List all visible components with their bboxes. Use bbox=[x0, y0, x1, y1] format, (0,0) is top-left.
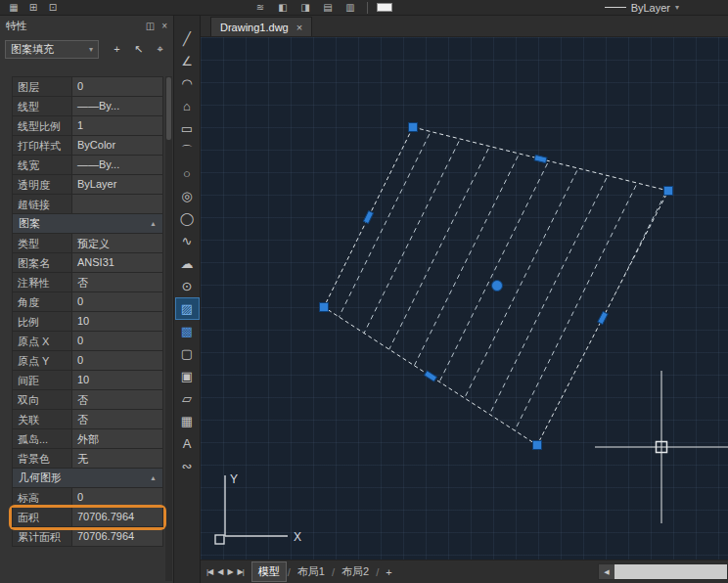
sheet-set-icon[interactable]: ▤ bbox=[320, 1, 336, 15]
layout-tab-布局2[interactable]: 布局2 bbox=[336, 562, 375, 581]
property-value[interactable]: 0 bbox=[72, 77, 163, 97]
ortho-icon[interactable]: ⊡ bbox=[45, 1, 61, 15]
auto-hide-icon[interactable]: ◫ bbox=[146, 21, 155, 31]
scrollbar-thumb[interactable] bbox=[614, 564, 727, 579]
property-value[interactable]: ——By... bbox=[72, 156, 163, 175]
region-icon[interactable]: ▣ bbox=[175, 365, 200, 387]
property-row[interactable]: 超链接 bbox=[12, 195, 163, 214]
property-row[interactable]: 图案名ANSI31 bbox=[12, 253, 163, 273]
midpoint-grip[interactable] bbox=[598, 311, 608, 324]
document-tab[interactable]: Drawing1.dwg × bbox=[210, 17, 312, 36]
section-header-geometry[interactable]: 几何图形▲ bbox=[12, 469, 163, 488]
property-value[interactable]: ByColor bbox=[72, 136, 163, 156]
object-color-dropdown[interactable]: ByLayer ▾ bbox=[605, 2, 679, 14]
property-row[interactable]: 双向否 bbox=[12, 390, 163, 410]
property-row[interactable]: 间距10 bbox=[12, 371, 163, 390]
close-icon[interactable]: × bbox=[161, 21, 167, 31]
property-row[interactable]: 线宽——By... bbox=[12, 156, 163, 175]
surface-top-icon[interactable]: ◧ bbox=[275, 1, 291, 15]
property-row[interactable]: 打印样式ByColor bbox=[12, 136, 163, 156]
property-row[interactable]: 关联否 bbox=[12, 410, 163, 429]
collapse-icon[interactable]: ▲ bbox=[150, 474, 157, 481]
layout-nav-button-3[interactable]: ▶| bbox=[238, 567, 244, 576]
layout-nav-button-0[interactable]: |◀ bbox=[206, 567, 212, 576]
ellipse-icon[interactable]: ◯ bbox=[175, 207, 200, 230]
property-value[interactable]: 0 bbox=[72, 488, 163, 508]
property-value[interactable]: 10 bbox=[72, 371, 163, 390]
scroll-left-button[interactable]: ◀ bbox=[599, 564, 614, 579]
midpoint-grip[interactable] bbox=[424, 371, 436, 381]
spline-icon[interactable]: ∿ bbox=[175, 230, 200, 252]
property-value[interactable]: 否 bbox=[72, 390, 163, 410]
property-value[interactable] bbox=[72, 195, 163, 214]
property-value[interactable]: 1 bbox=[72, 116, 163, 136]
property-row[interactable]: 类型预定义 bbox=[12, 234, 163, 253]
property-row[interactable]: 累计面积70706.7964 bbox=[12, 527, 163, 547]
vertex-grip[interactable] bbox=[409, 123, 418, 132]
property-row[interactable]: 角度0 bbox=[12, 292, 163, 312]
layout-tab-+[interactable]: + bbox=[380, 564, 397, 580]
panel-scrollbar-thumb[interactable] bbox=[166, 77, 171, 140]
property-value[interactable]: 否 bbox=[72, 410, 163, 429]
property-value[interactable]: 0 bbox=[72, 351, 163, 371]
layout-nav-button-1[interactable]: ◀ bbox=[217, 567, 222, 576]
color-swatch[interactable] bbox=[377, 3, 392, 12]
snap-grid-icon[interactable]: ⊞ bbox=[25, 1, 41, 15]
donut-icon[interactable]: ◎ bbox=[175, 185, 200, 207]
arc-icon[interactable]: ◠ bbox=[175, 72, 200, 95]
hatch-icon[interactable]: ▨ bbox=[175, 297, 200, 320]
boundary-icon[interactable]: ▢ bbox=[175, 342, 200, 365]
hatch-pattern-lines[interactable] bbox=[301, 87, 689, 452]
property-value[interactable]: 0 bbox=[72, 292, 163, 312]
property-row[interactable]: 比例10 bbox=[12, 312, 163, 332]
property-row[interactable]: 透明度ByLayer bbox=[12, 175, 163, 195]
revcloud-icon[interactable]: ☁ bbox=[175, 252, 200, 275]
layout-tab-模型[interactable]: 模型 bbox=[251, 561, 287, 582]
midpoint-grip[interactable] bbox=[363, 210, 373, 223]
property-value[interactable]: 10 bbox=[72, 312, 163, 332]
horizontal-scrollbar[interactable]: ◀ bbox=[598, 563, 728, 580]
table-icon[interactable]: ▦ bbox=[175, 410, 200, 432]
property-row[interactable]: 图层0 bbox=[12, 77, 163, 97]
vertex-grip[interactable] bbox=[664, 187, 673, 196]
vertex-grip[interactable] bbox=[320, 303, 329, 312]
property-row[interactable]: 原点 X0 bbox=[12, 332, 163, 351]
property-row[interactable]: 原点 Y0 bbox=[12, 351, 163, 371]
wipeout-icon[interactable]: ▱ bbox=[175, 387, 200, 410]
gradient-icon[interactable]: ▩ bbox=[175, 320, 200, 342]
circle-icon[interactable]: ○ bbox=[175, 162, 200, 185]
rectangle-icon[interactable]: ▭ bbox=[175, 117, 200, 140]
section-header-pattern[interactable]: 图案▲ bbox=[12, 214, 163, 234]
select-objects-button[interactable]: ↖ bbox=[130, 41, 147, 58]
property-row[interactable]: 孤岛...外部 bbox=[12, 429, 163, 449]
polygon-icon[interactable]: ⌂ bbox=[175, 95, 200, 117]
visual-style-icon[interactable]: ≋ bbox=[252, 1, 268, 15]
property-value[interactable]: 无 bbox=[72, 449, 163, 469]
line-icon[interactable]: ╱ bbox=[175, 27, 200, 50]
panel-scrollbar[interactable] bbox=[165, 76, 172, 581]
layout-nav-button-2[interactable]: ▶ bbox=[227, 567, 232, 576]
property-row[interactable]: 背景色无 bbox=[12, 449, 163, 469]
property-row[interactable]: 标高0 bbox=[12, 488, 163, 508]
property-value[interactable]: ByLayer bbox=[72, 175, 163, 195]
property-row[interactable]: 线型比例1 bbox=[12, 116, 163, 136]
quick-select-button[interactable]: ⌖ bbox=[152, 41, 168, 58]
collapse-icon[interactable]: ▲ bbox=[150, 220, 157, 227]
viewport-icon[interactable]: ▥ bbox=[342, 1, 358, 15]
object-type-select[interactable]: 图案填充 ▾ bbox=[5, 40, 99, 59]
vertex-grip[interactable] bbox=[533, 441, 542, 450]
property-value[interactable]: 预定义 bbox=[72, 234, 163, 253]
close-tab-icon[interactable]: × bbox=[296, 22, 302, 33]
text-icon[interactable]: A bbox=[175, 432, 200, 455]
arc-3point-icon[interactable]: ⌒ bbox=[175, 140, 200, 162]
property-value[interactable]: 否 bbox=[72, 273, 163, 292]
midpoint-grip[interactable] bbox=[534, 155, 547, 162]
point-icon[interactable]: ⊙ bbox=[175, 275, 200, 297]
property-row[interactable]: 线型——By... bbox=[12, 97, 163, 116]
property-value[interactable]: 外部 bbox=[72, 429, 163, 449]
leader-icon[interactable]: ∾ bbox=[175, 455, 200, 477]
drawing-canvas[interactable]: YX bbox=[201, 37, 728, 560]
property-value[interactable]: 0 bbox=[72, 332, 163, 351]
property-value[interactable]: ANSI31 bbox=[72, 253, 163, 273]
center-grip[interactable] bbox=[492, 281, 503, 292]
